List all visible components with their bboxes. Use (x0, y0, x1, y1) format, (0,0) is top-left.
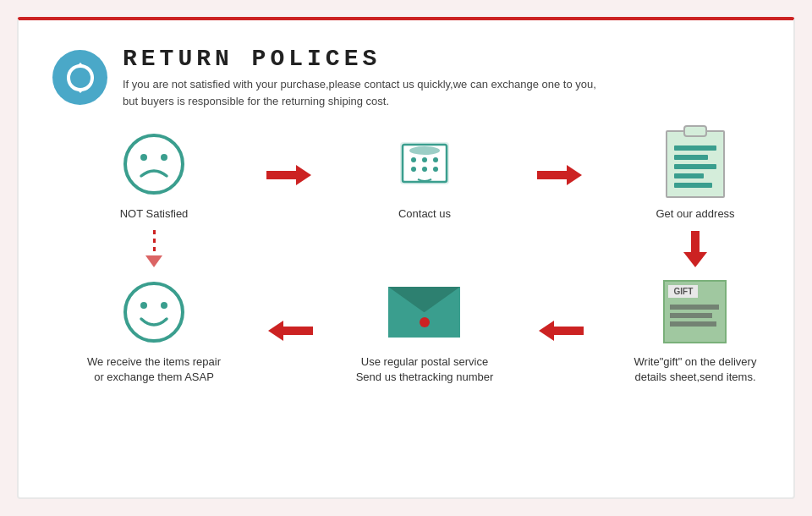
page-description: If you are not satisfied with your purch… (123, 76, 596, 109)
step-not-satisfied: NOT Satisfied (118, 128, 190, 222)
happy-face-icon (118, 276, 190, 348)
gift-box-icon: GIFT (659, 276, 731, 348)
step-contact-us: Contact us (389, 128, 461, 222)
svg-point-7 (411, 157, 416, 162)
step-receive-repair: We receive the items repair or exchange … (87, 276, 221, 385)
svg-point-9 (433, 157, 438, 162)
sad-face-icon (118, 128, 190, 200)
step-get-address-label: Get our address (656, 206, 734, 222)
arrow-left-2 (537, 321, 584, 341)
page-title: RETURN POLICES (123, 46, 596, 72)
phone-icon (389, 128, 461, 200)
svg-point-12 (433, 167, 438, 172)
arrow-down-dashed (145, 222, 162, 276)
return-policy-card: RETURN POLICES If you are not satisfied … (17, 17, 795, 499)
svg-point-10 (411, 167, 416, 172)
arrow-right-2 (537, 165, 584, 185)
flow-diagram: NOT Satisfied (52, 128, 760, 386)
svg-point-11 (422, 167, 427, 172)
header-section: RETURN POLICES If you are not satisfied … (52, 46, 760, 109)
arrow-right-1 (266, 165, 313, 185)
svg-point-3 (140, 154, 147, 161)
svg-point-8 (422, 157, 427, 162)
step-postal-label: Use regular postal service Send us thetr… (356, 354, 494, 385)
clipboard-icon (660, 128, 732, 200)
svg-point-16 (161, 302, 167, 309)
svg-point-2 (125, 135, 183, 193)
step-not-satisfied-label: NOT Satisfied (120, 206, 189, 222)
envelope-icon (388, 276, 460, 348)
step-receive-label: We receive the items repair or exchange … (87, 354, 221, 385)
svg-point-4 (161, 154, 167, 161)
svg-point-13 (409, 146, 440, 155)
arrow-down-solid (683, 224, 707, 274)
step-postal-service: Use regular postal service Send us thetr… (356, 276, 494, 385)
step-write-gift: GIFT Write"gift" on the delivery details… (634, 276, 757, 385)
logo-icon (52, 50, 107, 105)
arrow-left-1 (266, 321, 313, 341)
header-text-block: RETURN POLICES If you are not satisfied … (123, 46, 596, 109)
step-write-gift-label: Write"gift" on the delivery details shee… (634, 354, 757, 385)
svg-point-15 (140, 302, 147, 309)
step-contact-us-label: Contact us (398, 206, 451, 222)
svg-point-14 (125, 283, 183, 341)
step-get-address: Get our address (656, 128, 734, 222)
